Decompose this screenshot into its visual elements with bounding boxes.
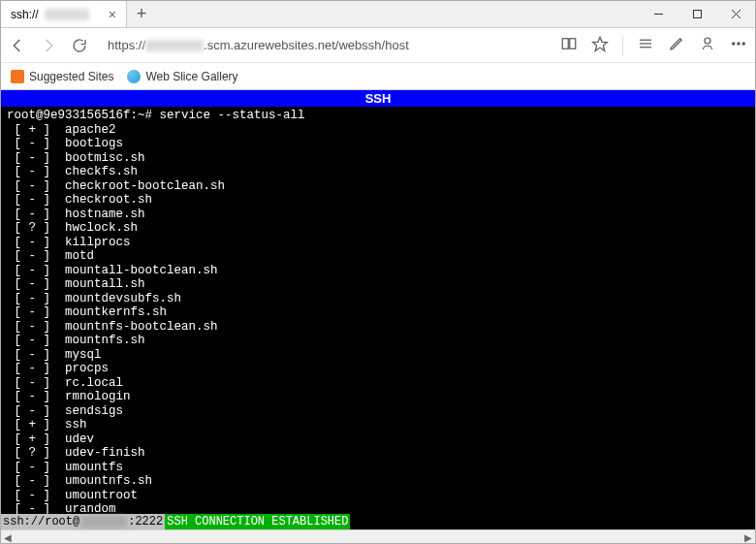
svg-rect-4 bbox=[562, 39, 568, 49]
minimize-button[interactable] bbox=[639, 1, 677, 27]
status-connection: ssh://root@ :2222 bbox=[1, 514, 165, 529]
close-window-button[interactable] bbox=[716, 1, 755, 27]
more-icon[interactable] bbox=[730, 35, 747, 55]
horizontal-scrollbar[interactable]: ◀ ▶ bbox=[1, 529, 755, 543]
titlebar: ssh:// × + bbox=[1, 1, 755, 28]
url-prefix: https:// bbox=[108, 38, 145, 52]
url-suffix: .scm.azurewebsites.net/webssh/host bbox=[204, 38, 409, 52]
fav-label: Suggested Sites bbox=[29, 70, 113, 83]
svg-point-10 bbox=[705, 38, 710, 44]
hub-icon[interactable] bbox=[637, 35, 654, 55]
tab-title-redacted bbox=[45, 9, 89, 20]
terminal-output[interactable]: root@9e933156516f:~# service --status-al… bbox=[1, 107, 755, 514]
status-host-redacted bbox=[81, 516, 126, 528]
favorites-bar: Suggested Sites Web Slice Gallery bbox=[1, 63, 755, 90]
forward-button[interactable] bbox=[40, 37, 57, 54]
reading-view-icon[interactable] bbox=[560, 35, 578, 55]
svg-rect-5 bbox=[570, 39, 576, 49]
url-redacted bbox=[145, 40, 204, 51]
svg-rect-1 bbox=[693, 11, 701, 18]
svg-point-11 bbox=[733, 43, 735, 45]
notes-icon[interactable] bbox=[668, 35, 685, 55]
status-prefix: ssh://root@ bbox=[3, 515, 79, 528]
svg-point-13 bbox=[742, 43, 744, 45]
back-button[interactable] bbox=[9, 37, 26, 54]
maximize-button[interactable] bbox=[677, 1, 716, 27]
suggested-sites-icon bbox=[11, 70, 24, 83]
fav-label: Web Slice Gallery bbox=[145, 70, 237, 83]
status-port: :2222 bbox=[128, 515, 163, 528]
web-slice-icon bbox=[127, 70, 141, 83]
divider bbox=[622, 36, 623, 55]
nav-bar: https:// .scm.azurewebsites.net/webssh/h… bbox=[1, 28, 755, 63]
tab-title-prefix: ssh:// bbox=[11, 8, 39, 21]
browser-tab[interactable]: ssh:// × bbox=[1, 1, 127, 27]
scroll-left-icon[interactable]: ◀ bbox=[1, 530, 15, 544]
scroll-right-icon[interactable]: ▶ bbox=[741, 530, 755, 544]
address-bar[interactable]: https:// .scm.azurewebsites.net/webssh/h… bbox=[102, 38, 547, 52]
fav-web-slice[interactable]: Web Slice Gallery bbox=[127, 70, 237, 83]
svg-point-12 bbox=[738, 43, 740, 45]
status-bar: ssh://root@ :2222 SSH CONNECTION ESTABLI… bbox=[1, 514, 755, 529]
status-established: SSH CONNECTION ESTABLISHED bbox=[165, 514, 350, 529]
favorite-icon[interactable] bbox=[591, 35, 609, 55]
share-icon[interactable] bbox=[699, 35, 716, 55]
ssh-banner: SSH bbox=[1, 90, 755, 107]
svg-marker-6 bbox=[593, 37, 608, 50]
fav-suggested-sites[interactable]: Suggested Sites bbox=[11, 70, 113, 83]
close-tab-icon[interactable]: × bbox=[109, 8, 116, 21]
new-tab-button[interactable]: + bbox=[127, 1, 156, 27]
window-controls bbox=[639, 1, 755, 27]
refresh-button[interactable] bbox=[71, 37, 88, 54]
nav-right-icons bbox=[560, 35, 747, 55]
